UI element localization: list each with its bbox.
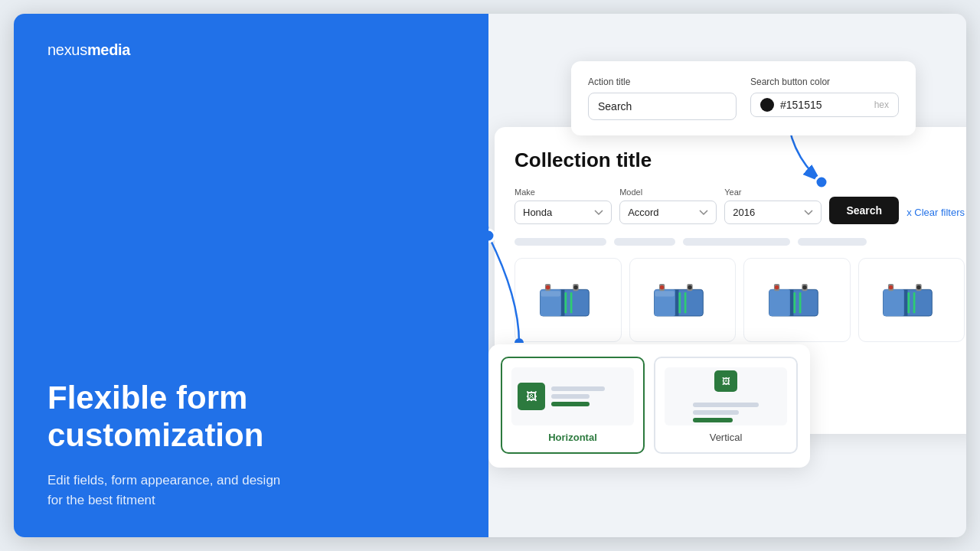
svg-point-8 [546, 285, 550, 289]
make-label: Make [514, 187, 612, 197]
year-select[interactable]: 2016 [724, 201, 822, 224]
year-label: Year [724, 187, 822, 197]
config-card-row: Action title Search button color #151515… [588, 77, 899, 120]
svg-rect-21 [684, 292, 687, 313]
filter-row: Make Honda Model Accord Year [514, 187, 965, 224]
svg-rect-22 [655, 291, 675, 296]
layout-card: 🖼 Horizontal [488, 344, 810, 468]
vertical-img-icon: 🖼 [722, 377, 730, 386]
action-title-label: Action title [588, 77, 737, 87]
svg-rect-34 [904, 289, 908, 316]
svg-rect-31 [799, 292, 801, 313]
color-hex-label: hex [874, 99, 889, 110]
vertical-preview: 🖼 [665, 367, 787, 425]
skeleton-bar-1 [514, 238, 606, 246]
year-filter-group: Year 2016 [724, 187, 822, 224]
battery-image-2 [651, 273, 714, 327]
skeleton-bar-3 [683, 238, 790, 246]
color-label: Search button color [750, 77, 899, 87]
product-card-2[interactable] [629, 258, 737, 342]
product-grid [514, 258, 965, 342]
right-panel: Action title Search button color #151515… [488, 14, 966, 537]
product-card-3[interactable] [743, 258, 851, 342]
horizontal-label: Horizontal [548, 432, 597, 443]
color-value: #151515 [780, 99, 874, 111]
v-line-accent [693, 418, 733, 422]
svg-point-19 [688, 285, 692, 289]
color-input-wrap[interactable]: #151515 hex [750, 93, 899, 117]
svg-rect-15 [675, 289, 679, 316]
svg-rect-33 [884, 289, 904, 316]
hero-headline: Flexible form customization [47, 380, 455, 454]
model-select[interactable]: Accord [619, 201, 717, 224]
collection-title: Collection title [514, 148, 965, 172]
battery-image-4 [880, 273, 942, 327]
logo-text: nexusmedia [47, 41, 130, 59]
horizontal-img-box: 🖼 [518, 383, 545, 410]
svg-point-9 [573, 285, 577, 289]
logo: nexusmedia [47, 41, 455, 59]
vertical-img-box: 🖼 [714, 370, 737, 392]
svg-rect-25 [790, 289, 794, 316]
svg-rect-39 [908, 292, 910, 313]
color-dot [760, 98, 774, 112]
logo-bold: media [87, 41, 130, 58]
v-line-2 [693, 410, 739, 415]
logo-regular: nexus [47, 41, 87, 58]
svg-point-28 [775, 285, 779, 289]
battery-image-3 [766, 273, 828, 327]
svg-rect-12 [541, 291, 560, 296]
svg-rect-30 [793, 292, 795, 313]
svg-rect-40 [913, 292, 916, 313]
svg-point-37 [889, 285, 893, 289]
horizontal-lines [551, 386, 628, 406]
skeleton-bar-2 [614, 238, 675, 246]
color-field: Search button color #151515 hex [750, 77, 899, 120]
product-card-1[interactable] [514, 258, 622, 342]
battery-image-1 [537, 273, 599, 327]
clear-filters-link[interactable]: x Clear filters [906, 207, 965, 224]
hero-subtext: Edit fields, form appearance, and design… [47, 471, 292, 510]
vertical-label: Vertical [710, 432, 743, 443]
left-panel: nexusmedia Flexible form customization E… [14, 14, 488, 537]
layout-option-horizontal[interactable]: 🖼 Horizontal [501, 357, 645, 454]
action-title-input[interactable] [588, 93, 737, 120]
layout-options: 🖼 Horizontal [501, 357, 798, 454]
svg-point-57 [488, 230, 495, 242]
h-line-1 [551, 386, 605, 391]
outer-container: nexusmedia Flexible form customization E… [0, 0, 980, 551]
svg-rect-20 [679, 292, 681, 313]
svg-rect-11 [570, 292, 572, 313]
horizontal-preview: 🖼 [511, 367, 634, 425]
skeleton-bars [514, 238, 965, 246]
h-line-accent [551, 402, 590, 406]
svg-point-38 [917, 285, 921, 289]
svg-rect-24 [769, 289, 789, 316]
svg-point-18 [660, 285, 664, 289]
svg-point-29 [802, 285, 806, 289]
product-card-4[interactable] [858, 258, 965, 342]
svg-rect-5 [561, 289, 565, 316]
model-filter-group: Model Accord [619, 187, 717, 224]
config-card: Action title Search button color #151515… [571, 61, 916, 135]
search-button[interactable]: Search [829, 197, 899, 224]
layout-option-vertical[interactable]: 🖼 Vertical [654, 357, 798, 454]
make-select[interactable]: Honda [514, 201, 612, 224]
inner-wrapper: nexusmedia Flexible form customization E… [14, 14, 966, 537]
make-filter-group: Make Honda [514, 187, 612, 224]
h-line-2 [551, 394, 590, 399]
action-title-field: Action title [588, 77, 737, 120]
hero-text: Flexible form customization Edit fields,… [47, 181, 455, 510]
horizontal-img-icon: 🖼 [526, 390, 537, 403]
model-label: Model [619, 187, 717, 197]
svg-rect-10 [564, 292, 567, 313]
v-line-1 [693, 403, 759, 407]
skeleton-bar-4 [798, 238, 867, 246]
